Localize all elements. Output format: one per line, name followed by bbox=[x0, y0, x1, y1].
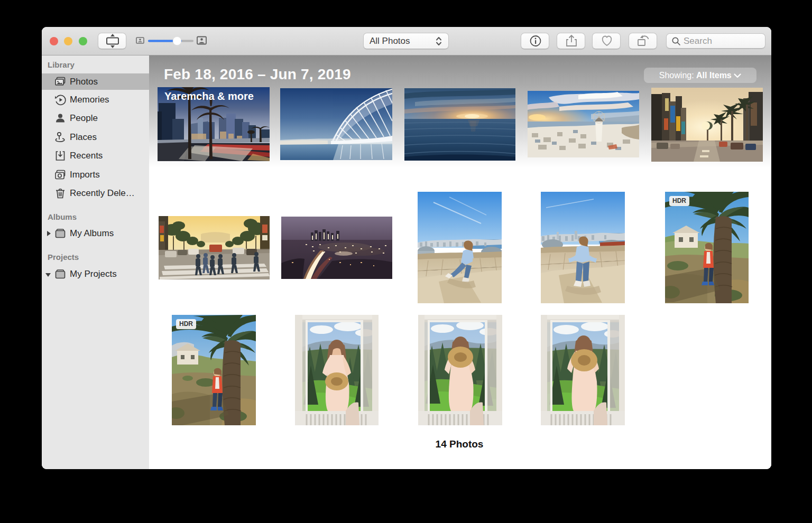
svg-text:Yaremcha & more: Yaremcha & more bbox=[164, 90, 254, 102]
